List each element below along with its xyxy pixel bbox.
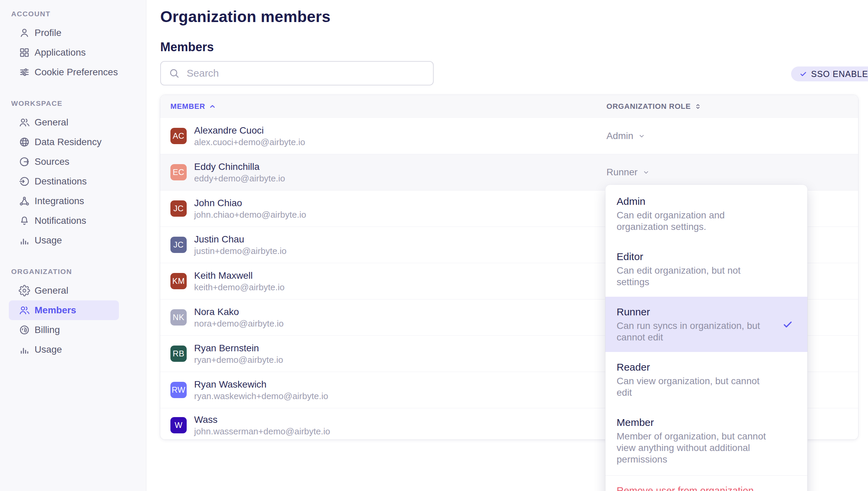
role-option-description: Can run syncs in organization, but canno…	[617, 320, 776, 343]
avatar: KM	[170, 273, 187, 289]
sidebar-item-destinations[interactable]: Destinations	[0, 172, 146, 191]
search-icon	[168, 67, 180, 79]
sidebar-item-members[interactable]: Members	[9, 300, 119, 320]
member-name: John Chiao	[194, 197, 306, 209]
member-column-label: MEMBER	[170, 102, 205, 111]
member-info: Keith Maxwellkeith+demo@airbyte.io	[194, 269, 285, 293]
member-email: justin+demo@airbyte.io	[194, 246, 287, 257]
destination-icon	[19, 176, 30, 187]
member-cell: JCJustin Chaujustin+demo@airbyte.io	[160, 233, 606, 257]
avatar: NK	[170, 309, 187, 326]
sidebar-section-account: ACCOUNTProfileApplicationsCookie Prefere…	[0, 9, 146, 82]
avatar: RW	[170, 382, 187, 398]
table-header: MEMBER ORGANIZATION ROLE	[160, 95, 858, 118]
member-info: Eddy Chinchillaeddy+demo@airbyte.io	[194, 160, 285, 184]
role-option-editor[interactable]: EditorCan edit organization, but not set…	[605, 241, 807, 297]
member-name: Alexandre Cuoci	[194, 124, 305, 137]
integrations-icon	[19, 195, 30, 207]
avatar: AC	[170, 128, 187, 144]
sidebar-item-general[interactable]: General	[0, 281, 146, 300]
role-option-reader[interactable]: ReaderCan view organization, but cannot …	[605, 352, 807, 407]
main-content: Organization members Members SSO ENABLED…	[146, 0, 868, 491]
sidebar-item-cookie-preferences[interactable]: Cookie Preferences	[0, 62, 146, 82]
sidebar-item-usage[interactable]: Usage	[0, 340, 146, 359]
member-email: john.wasserman+demo@airbyte.io	[194, 426, 330, 437]
chevron-down-icon	[638, 132, 646, 140]
column-header-organization-role[interactable]: ORGANIZATION ROLE	[606, 102, 858, 111]
member-info: Justin Chaujustin+demo@airbyte.io	[194, 233, 287, 257]
sort-ascending-icon	[209, 103, 216, 110]
sidebar-item-label: Data Residency	[35, 137, 102, 148]
member-cell: RBRyan Bernsteinryan+demo@airbyte.io	[160, 342, 606, 366]
sidebar-item-label: General	[35, 285, 68, 296]
sort-icon	[694, 103, 702, 110]
settings-sidebar: ACCOUNTProfileApplicationsCookie Prefere…	[0, 0, 146, 491]
member-name: Justin Chau	[194, 233, 287, 246]
sidebar-item-notifications[interactable]: Notifications	[0, 211, 146, 231]
role-option-member[interactable]: MemberMember of organization, but cannot…	[605, 407, 807, 474]
member-info: Ryan Bernsteinryan+demo@airbyte.io	[194, 342, 283, 366]
role-option-name: Member	[617, 416, 796, 429]
role-options-list: AdminCan edit organization and organizat…	[605, 186, 807, 474]
role-select[interactable]: Admin	[606, 131, 858, 141]
people-icon	[19, 117, 30, 128]
sidebar-item-billing[interactable]: Billing	[0, 320, 146, 340]
sidebar-item-label: Integrations	[35, 196, 84, 207]
role-select[interactable]: Runner	[606, 167, 858, 178]
sidebar-section-label: ACCOUNT	[11, 9, 146, 18]
member-cell: JCJohn Chiaojohn.chiao+demo@airbyte.io	[160, 197, 606, 220]
avatar: JC	[170, 200, 187, 217]
member-cell: ACAlexandre Cuocialex.cuoci+demo@airbyte…	[160, 124, 606, 148]
member-info: Ryan Waskewichryan.waskewich+demo@airbyt…	[194, 378, 328, 402]
member-name: Keith Maxwell	[194, 269, 285, 282]
section-title: Members	[160, 40, 214, 54]
member-cell: ECEddy Chinchillaeddy+demo@airbyte.io	[160, 160, 606, 184]
sidebar-item-usage[interactable]: Usage	[0, 231, 146, 250]
member-name: Ryan Bernstein	[194, 342, 283, 354]
avatar: EC	[170, 164, 187, 180]
role-option-description: Can view organization, but cannot edit	[617, 375, 776, 398]
avatar: RB	[170, 346, 187, 362]
member-info: Nora Kakonora+demo@airbyte.io	[194, 306, 284, 329]
sidebar-item-general[interactable]: General	[0, 113, 146, 132]
role-option-runner[interactable]: RunnerCan run syncs in organization, but…	[605, 297, 807, 352]
sidebar-item-sources[interactable]: Sources	[0, 152, 146, 172]
sidebar-item-label: General	[35, 117, 68, 128]
member-email: eddy+demo@airbyte.io	[194, 173, 285, 184]
bell-icon	[19, 215, 30, 227]
role-option-name: Editor	[617, 250, 796, 263]
avatar: W	[170, 417, 187, 433]
member-name: Eddy Chinchilla	[194, 160, 285, 173]
sidebar-item-profile[interactable]: Profile	[0, 23, 146, 43]
search-box[interactable]	[160, 61, 434, 85]
member-info: John Chiaojohn.chiao+demo@airbyte.io	[194, 197, 306, 220]
chart-icon	[19, 344, 30, 355]
role-option-description: Member of organization, but cannot view …	[617, 431, 776, 465]
sidebar-item-integrations[interactable]: Integrations	[0, 191, 146, 211]
table-row: ACAlexandre Cuocialex.cuoci+demo@airbyte…	[160, 118, 858, 154]
sidebar-item-label: Profile	[35, 27, 61, 38]
member-name: Nora Kako	[194, 306, 284, 318]
role-value: Admin	[606, 131, 633, 141]
column-header-member[interactable]: MEMBER	[160, 102, 606, 111]
page-title: Organization members	[160, 7, 330, 26]
sidebar-item-label: Usage	[35, 344, 62, 355]
sidebar-section-organization: ORGANIZATIONGeneralMembersBillingUsage	[0, 267, 146, 359]
sidebar-item-applications[interactable]: Applications	[0, 43, 146, 62]
member-email: john.chiao+demo@airbyte.io	[194, 209, 306, 220]
sidebar-item-label: Notifications	[35, 215, 86, 226]
role-dropdown-menu: AdminCan edit organization and organizat…	[605, 185, 807, 491]
search-input[interactable]	[186, 67, 426, 79]
sidebar-item-label: Applications	[35, 47, 86, 58]
avatar: JC	[170, 237, 187, 253]
sidebar-item-data-residency[interactable]: Data Residency	[0, 132, 146, 152]
remove-user-button[interactable]: Remove user from organization	[605, 476, 807, 491]
role-option-name: Reader	[617, 361, 796, 374]
role-option-description: Can edit organization, but not settings	[617, 265, 776, 288]
role-option-admin[interactable]: AdminCan edit organization and organizat…	[605, 186, 807, 241]
sidebar-section-label: ORGANIZATION	[11, 267, 146, 276]
globe-icon	[19, 136, 30, 148]
role-value: Runner	[606, 167, 638, 178]
member-info: Wassjohn.wasserman+demo@airbyte.io	[194, 413, 330, 437]
check-icon	[799, 70, 807, 78]
